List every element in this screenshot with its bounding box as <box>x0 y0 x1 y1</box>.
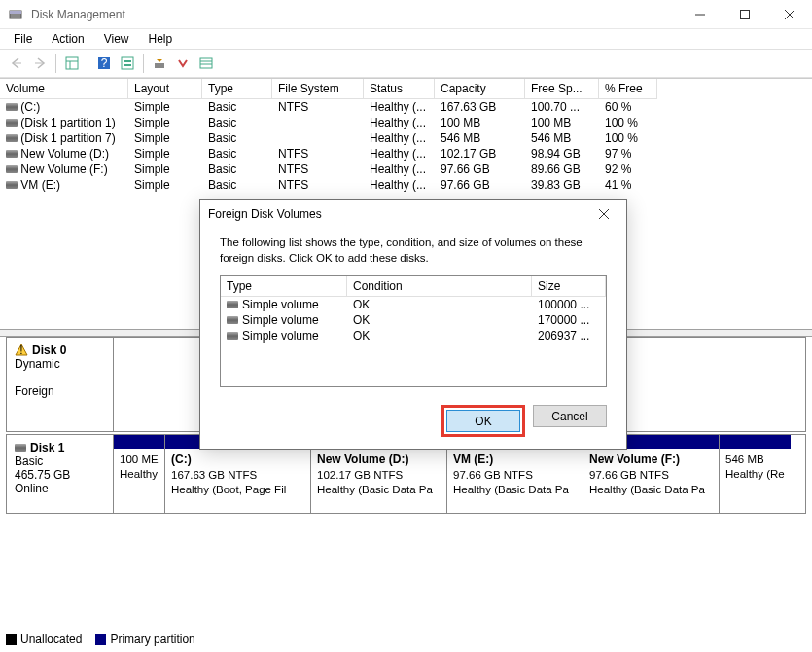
column-status[interactable]: Status <box>364 79 435 99</box>
svg-rect-15 <box>200 58 212 68</box>
hdd-icon <box>227 332 238 340</box>
menu-help[interactable]: Help <box>141 30 181 48</box>
hdd-icon <box>15 444 26 452</box>
disk-1-type: Basic <box>15 454 105 468</box>
settings-button[interactable] <box>117 53 138 74</box>
disk-0-status: Foreign <box>15 384 105 398</box>
disk-1-name: Disk 1 <box>30 441 64 454</box>
volume-table: Volume Layout Type File System Status Ca… <box>0 78 812 193</box>
app-icon <box>8 7 23 22</box>
svg-rect-13 <box>124 64 131 66</box>
table-row[interactable]: New Volume (F:)SimpleBasicNTFSHealthy (.… <box>0 162 812 177</box>
list-item[interactable]: Simple volumeOK206937 ... <box>221 328 606 344</box>
table-row[interactable]: New Volume (D:)SimpleBasicNTFSHealthy (.… <box>0 146 812 162</box>
dialog-col-size[interactable]: Size <box>532 276 606 297</box>
table-row[interactable]: (C:)SimpleBasicNTFSHealthy (...167.63 GB… <box>0 99 812 115</box>
dialog-volume-list[interactable]: Type Condition Size Simple volumeOK10000… <box>220 275 607 387</box>
svg-rect-3 <box>741 10 750 18</box>
minimize-button[interactable] <box>678 0 723 29</box>
column-capacity[interactable]: Capacity <box>435 79 525 99</box>
partition-box[interactable]: 546 MBHealthy (Re <box>719 435 791 513</box>
close-button[interactable] <box>767 0 812 29</box>
svg-text:!: ! <box>19 344 22 357</box>
window-title: Disk Management <box>31 8 678 21</box>
hdd-icon <box>227 301 238 308</box>
column-filesystem[interactable]: File System <box>272 79 364 99</box>
menu-bar: File Action View Help <box>0 29 812 49</box>
partition-box[interactable]: 100 MEHealthy <box>114 435 164 513</box>
svg-rect-6 <box>66 57 78 69</box>
legend: Unallocated Primary partition <box>6 633 195 646</box>
action-button[interactable] <box>172 53 194 74</box>
hdd-icon <box>6 134 18 142</box>
svg-text:?: ? <box>101 56 108 70</box>
hdd-icon <box>6 119 18 127</box>
disk-0-label: ! Disk 0 Dynamic Foreign <box>7 338 114 431</box>
svg-rect-11 <box>122 57 133 69</box>
cancel-button[interactable]: Cancel <box>533 405 607 427</box>
disk-0-name: Disk 0 <box>32 344 66 357</box>
hdd-icon <box>6 165 18 173</box>
help-button[interactable]: ? <box>93 53 115 74</box>
column-free[interactable]: Free Sp... <box>525 79 599 99</box>
column-layout[interactable]: Layout <box>128 79 202 99</box>
dialog-message: The following list shows the type, condi… <box>220 235 607 266</box>
disk-1-status: Online <box>15 482 105 495</box>
list-item[interactable]: Simple volumeOK100000 ... <box>221 297 606 312</box>
forward-button <box>29 53 51 74</box>
menu-view[interactable]: View <box>96 30 137 48</box>
disk-1-label: Disk 1 Basic 465.75 GB Online <box>7 435 114 513</box>
warning-icon: ! <box>15 344 28 357</box>
dialog-col-condition[interactable]: Condition <box>347 276 532 297</box>
disk-1-size: 465.75 GB <box>15 468 105 482</box>
column-type[interactable]: Type <box>202 79 272 99</box>
hdd-icon <box>6 103 18 111</box>
maximize-button[interactable] <box>723 0 767 29</box>
list-button[interactable] <box>195 53 217 74</box>
hdd-icon <box>6 181 18 189</box>
hdd-icon <box>6 150 18 158</box>
menu-file[interactable]: File <box>6 30 40 48</box>
column-pct-free[interactable]: % Free <box>599 79 657 99</box>
ok-button[interactable]: OK <box>446 410 520 432</box>
menu-action[interactable]: Action <box>44 30 91 48</box>
title-bar: Disk Management <box>0 0 812 29</box>
list-item[interactable]: Simple volumeOK170000 ... <box>221 312 606 328</box>
disk-0-type: Dynamic <box>15 357 105 371</box>
column-volume[interactable]: Volume <box>0 79 128 99</box>
table-row[interactable]: (Disk 1 partition 1)SimpleBasicHealthy (… <box>0 115 812 130</box>
back-button <box>6 53 27 74</box>
dialog-title: Foreign Disk Volumes <box>208 207 589 221</box>
hdd-icon <box>227 316 238 324</box>
svg-rect-1 <box>10 11 21 14</box>
legend-primary: Primary partition <box>110 633 194 646</box>
ok-highlight: OK <box>441 405 525 437</box>
table-row[interactable]: (Disk 1 partition 7)SimpleBasicHealthy (… <box>0 130 812 146</box>
table-row[interactable]: VM (E:)SimpleBasicNTFSHealthy (...97.66 … <box>0 177 812 193</box>
foreign-disk-dialog: Foreign Disk Volumes The following list … <box>199 199 627 450</box>
svg-rect-14 <box>155 63 164 68</box>
view-toggle-button[interactable] <box>61 53 83 74</box>
dialog-col-type[interactable]: Type <box>221 276 347 297</box>
svg-rect-12 <box>124 60 131 62</box>
refresh-button[interactable] <box>149 53 170 74</box>
dialog-close-button[interactable] <box>589 202 618 226</box>
legend-unallocated: Unallocated <box>20 633 82 646</box>
toolbar: ? <box>0 49 812 78</box>
